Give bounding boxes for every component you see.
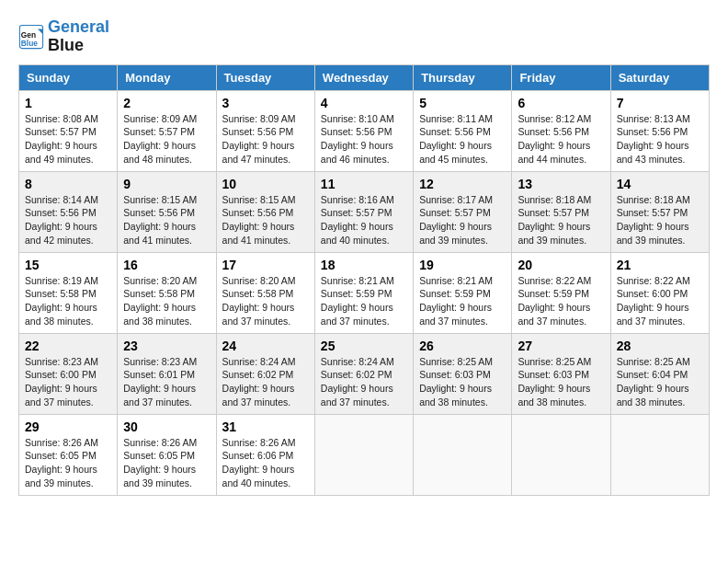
day-details: Sunrise: 8:16 AMSunset: 5:57 PMDaylight:… [321, 193, 407, 247]
day-details: Sunrise: 8:19 AMSunset: 5:58 PMDaylight:… [25, 274, 111, 328]
day-details: Sunrise: 8:20 AMSunset: 5:58 PMDaylight:… [123, 274, 210, 328]
calendar-day-29: 29 Sunrise: 8:26 AMSunset: 6:05 PMDaylig… [19, 414, 118, 495]
day-number: 3 [222, 96, 309, 110]
day-details: Sunrise: 8:26 AMSunset: 6:06 PMDaylight:… [222, 436, 309, 490]
calendar-week-row: 8 Sunrise: 8:14 AMSunset: 5:56 PMDayligh… [19, 171, 710, 252]
calendar-day-14: 14 Sunrise: 8:18 AMSunset: 5:57 PMDaylig… [610, 171, 709, 252]
day-number: 26 [419, 339, 506, 353]
logo: Gen Blue GeneralBlue [18, 18, 109, 55]
day-details: Sunrise: 8:15 AMSunset: 5:56 PMDaylight:… [222, 193, 309, 247]
calendar-empty-cell [314, 414, 413, 495]
calendar-table: SundayMondayTuesdayWednesdayThursdayFrid… [18, 64, 710, 496]
calendar-day-24: 24 Sunrise: 8:24 AMSunset: 6:02 PMDaylig… [216, 333, 314, 414]
day-number: 12 [419, 177, 506, 191]
day-details: Sunrise: 8:20 AMSunset: 5:58 PMDaylight:… [222, 274, 309, 328]
calendar-week-row: 1 Sunrise: 8:08 AMSunset: 5:57 PMDayligh… [19, 90, 710, 171]
day-number: 5 [419, 96, 506, 110]
calendar-day-13: 13 Sunrise: 8:18 AMSunset: 5:57 PMDaylig… [512, 171, 610, 252]
day-number: 6 [518, 96, 604, 110]
day-details: Sunrise: 8:23 AMSunset: 6:01 PMDaylight:… [123, 355, 210, 409]
day-number: 13 [518, 177, 604, 191]
column-header-wednesday: Wednesday [314, 64, 413, 90]
day-number: 8 [25, 177, 111, 191]
day-details: Sunrise: 8:11 AMSunset: 5:56 PMDaylight:… [419, 112, 506, 167]
calendar-day-10: 10 Sunrise: 8:15 AMSunset: 5:56 PMDaylig… [216, 171, 314, 252]
day-details: Sunrise: 8:25 AMSunset: 6:03 PMDaylight:… [419, 355, 506, 409]
day-details: Sunrise: 8:21 AMSunset: 5:59 PMDaylight:… [419, 274, 506, 328]
calendar-day-15: 15 Sunrise: 8:19 AMSunset: 5:58 PMDaylig… [19, 252, 118, 333]
calendar-day-30: 30 Sunrise: 8:26 AMSunset: 6:05 PMDaylig… [118, 414, 216, 495]
day-number: 1 [25, 96, 111, 110]
calendar-day-23: 23 Sunrise: 8:23 AMSunset: 6:01 PMDaylig… [118, 333, 216, 414]
day-number: 29 [25, 419, 111, 434]
day-details: Sunrise: 8:08 AMSunset: 5:57 PMDaylight:… [25, 112, 111, 167]
day-number: 2 [123, 96, 210, 110]
day-number: 14 [617, 177, 703, 191]
day-details: Sunrise: 8:25 AMSunset: 6:03 PMDaylight:… [518, 355, 604, 409]
day-details: Sunrise: 8:25 AMSunset: 6:04 PMDaylight:… [617, 355, 703, 409]
column-header-sunday: Sunday [19, 64, 118, 90]
day-details: Sunrise: 8:10 AMSunset: 5:56 PMDaylight:… [321, 112, 407, 167]
day-number: 20 [518, 258, 604, 272]
calendar-day-5: 5 Sunrise: 8:11 AMSunset: 5:56 PMDayligh… [414, 90, 512, 171]
calendar-day-1: 1 Sunrise: 8:08 AMSunset: 5:57 PMDayligh… [19, 90, 118, 171]
day-details: Sunrise: 8:09 AMSunset: 5:57 PMDaylight:… [123, 112, 210, 167]
calendar-day-11: 11 Sunrise: 8:16 AMSunset: 5:57 PMDaylig… [314, 171, 413, 252]
calendar-week-row: 15 Sunrise: 8:19 AMSunset: 5:58 PMDaylig… [19, 252, 710, 333]
calendar-day-22: 22 Sunrise: 8:23 AMSunset: 6:00 PMDaylig… [19, 333, 118, 414]
day-number: 27 [518, 339, 604, 353]
day-number: 24 [222, 339, 309, 353]
day-details: Sunrise: 8:26 AMSunset: 6:05 PMDaylight:… [25, 436, 111, 490]
column-header-saturday: Saturday [610, 64, 709, 90]
calendar-empty-cell [610, 414, 709, 495]
day-details: Sunrise: 8:22 AMSunset: 6:00 PMDaylight:… [617, 274, 703, 328]
day-number: 31 [222, 419, 309, 434]
logo-icon: Gen Blue [18, 24, 44, 50]
calendar-day-25: 25 Sunrise: 8:24 AMSunset: 6:02 PMDaylig… [314, 333, 413, 414]
day-number: 11 [321, 177, 407, 191]
calendar-day-26: 26 Sunrise: 8:25 AMSunset: 6:03 PMDaylig… [414, 333, 512, 414]
day-details: Sunrise: 8:14 AMSunset: 5:56 PMDaylight:… [25, 193, 111, 247]
calendar-day-12: 12 Sunrise: 8:17 AMSunset: 5:57 PMDaylig… [414, 171, 512, 252]
day-details: Sunrise: 8:18 AMSunset: 5:57 PMDaylight:… [617, 193, 703, 247]
calendar-day-9: 9 Sunrise: 8:15 AMSunset: 5:56 PMDayligh… [118, 171, 216, 252]
day-details: Sunrise: 8:24 AMSunset: 6:02 PMDaylight:… [222, 355, 309, 409]
calendar-day-18: 18 Sunrise: 8:21 AMSunset: 5:59 PMDaylig… [314, 252, 413, 333]
calendar-day-4: 4 Sunrise: 8:10 AMSunset: 5:56 PMDayligh… [314, 90, 413, 171]
calendar-day-27: 27 Sunrise: 8:25 AMSunset: 6:03 PMDaylig… [512, 333, 610, 414]
calendar-week-row: 29 Sunrise: 8:26 AMSunset: 6:05 PMDaylig… [19, 414, 710, 495]
day-details: Sunrise: 8:23 AMSunset: 6:00 PMDaylight:… [25, 355, 111, 409]
day-number: 9 [123, 177, 210, 191]
day-details: Sunrise: 8:09 AMSunset: 5:56 PMDaylight:… [222, 112, 309, 167]
day-number: 28 [617, 339, 703, 353]
column-header-friday: Friday [512, 64, 610, 90]
calendar-day-19: 19 Sunrise: 8:21 AMSunset: 5:59 PMDaylig… [414, 252, 512, 333]
day-number: 22 [25, 339, 111, 353]
day-details: Sunrise: 8:18 AMSunset: 5:57 PMDaylight:… [518, 193, 604, 247]
day-details: Sunrise: 8:17 AMSunset: 5:57 PMDaylight:… [419, 193, 506, 247]
day-details: Sunrise: 8:24 AMSunset: 6:02 PMDaylight:… [321, 355, 407, 409]
calendar-day-17: 17 Sunrise: 8:20 AMSunset: 5:58 PMDaylig… [216, 252, 314, 333]
day-number: 16 [123, 258, 210, 272]
day-details: Sunrise: 8:15 AMSunset: 5:56 PMDaylight:… [123, 193, 210, 247]
calendar-day-6: 6 Sunrise: 8:12 AMSunset: 5:56 PMDayligh… [512, 90, 610, 171]
day-number: 23 [123, 339, 210, 353]
calendar-day-31: 31 Sunrise: 8:26 AMSunset: 6:06 PMDaylig… [216, 414, 314, 495]
logo-name: GeneralBlue [48, 18, 109, 55]
day-number: 18 [321, 258, 407, 272]
calendar-day-2: 2 Sunrise: 8:09 AMSunset: 5:57 PMDayligh… [118, 90, 216, 171]
day-number: 7 [617, 96, 703, 110]
column-header-monday: Monday [118, 64, 216, 90]
calendar-empty-cell [414, 414, 512, 495]
calendar-week-row: 22 Sunrise: 8:23 AMSunset: 6:00 PMDaylig… [19, 333, 710, 414]
day-details: Sunrise: 8:13 AMSunset: 5:56 PMDaylight:… [617, 112, 703, 167]
calendar-day-20: 20 Sunrise: 8:22 AMSunset: 5:59 PMDaylig… [512, 252, 610, 333]
calendar-header-row: SundayMondayTuesdayWednesdayThursdayFrid… [19, 64, 710, 90]
calendar-day-21: 21 Sunrise: 8:22 AMSunset: 6:00 PMDaylig… [610, 252, 709, 333]
calendar-day-3: 3 Sunrise: 8:09 AMSunset: 5:56 PMDayligh… [216, 90, 314, 171]
calendar-day-7: 7 Sunrise: 8:13 AMSunset: 5:56 PMDayligh… [610, 90, 709, 171]
calendar-day-16: 16 Sunrise: 8:20 AMSunset: 5:58 PMDaylig… [118, 252, 216, 333]
day-details: Sunrise: 8:12 AMSunset: 5:56 PMDaylight:… [518, 112, 604, 167]
day-number: 21 [617, 258, 703, 272]
svg-text:Blue: Blue [21, 39, 38, 48]
